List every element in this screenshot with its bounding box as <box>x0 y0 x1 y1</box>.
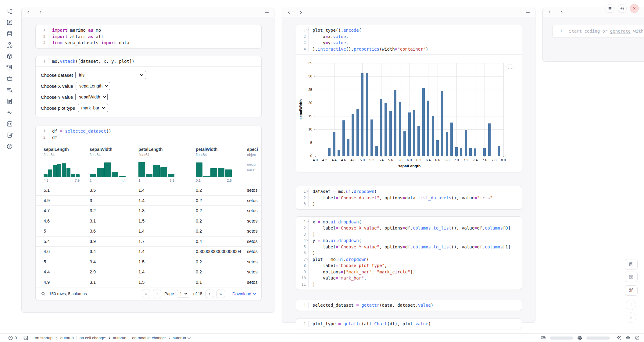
chart-bar[interactable] <box>389 111 392 156</box>
code-line[interactable]: 1df = selected_dataset() <box>36 128 261 134</box>
chart-bar[interactable] <box>394 90 396 156</box>
activity-icon[interactable] <box>6 109 13 116</box>
chevron-left-icon[interactable] <box>287 10 291 14</box>
table-row[interactable]: 4.42.91.40.2setos <box>36 267 261 277</box>
column-histogram[interactable] <box>196 160 232 177</box>
chevron-left-icon[interactable] <box>27 10 30 14</box>
notebook-pen-icon[interactable] <box>6 132 13 138</box>
chart-bar[interactable] <box>432 116 434 156</box>
chart-bar[interactable] <box>422 88 425 156</box>
ai-sparkles-icon[interactable] <box>616 335 621 340</box>
code-editor[interactable]: 1selected_dataset = getattr(data, datase… <box>296 300 522 311</box>
memory-usage-meter[interactable] <box>550 337 573 340</box>
chart-bar[interactable] <box>408 112 411 156</box>
keyboard-shortcuts-button[interactable]: ⌘ <box>625 285 638 296</box>
settings-button[interactable] <box>618 4 627 13</box>
dropdown-select-sepalWidth[interactable]: sepalWidth <box>75 93 108 101</box>
bar-chart[interactable]: sepalLength sepalWidth 4.04.24.44.64.85.… <box>315 63 503 156</box>
on-cell-change-setting[interactable]: on cell change: autorun <box>80 336 127 340</box>
table-row[interactable]: 53.61.40.2setos <box>36 226 261 236</box>
add-column-icon[interactable] <box>265 10 269 15</box>
table-row[interactable]: 4.93.11.50.1setos <box>36 277 261 287</box>
page-select[interactable]: 1 <box>177 290 190 297</box>
package-icon[interactable] <box>6 53 13 59</box>
dropdown-select-sepalLength[interactable]: sepalLength <box>76 82 110 90</box>
chart-bar[interactable] <box>342 120 345 156</box>
fold-icon[interactable] <box>306 258 309 260</box>
code-editor[interactable]: 1plot_type = getattr(alt.Chart(df), plot… <box>296 319 522 329</box>
code-line[interactable]: 1plot_type().encode( <box>296 27 522 34</box>
chart-bar[interactable] <box>417 126 420 156</box>
on-module-change-setting[interactable]: on module change: autorun <box>132 336 191 340</box>
fold-icon[interactable] <box>306 239 309 241</box>
document-icon[interactable] <box>6 98 13 105</box>
chevron-right-icon[interactable] <box>38 10 42 14</box>
close-button[interactable] <box>630 4 639 13</box>
network-icon[interactable] <box>6 42 13 48</box>
chart-bar[interactable] <box>338 150 340 156</box>
code-placeholder[interactable]: Start coding or generate with <box>565 28 644 34</box>
table-row[interactable]: 4.73.21.30.2setos <box>36 205 261 216</box>
table-row[interactable]: 4.63.41.40.30000000000000004setos <box>36 246 261 257</box>
column-header-petalWidth[interactable]: petalWidthfloat640.12.5 <box>196 147 247 185</box>
code-line[interactable]: 3) <box>296 231 522 238</box>
chart-bar[interactable] <box>366 73 368 156</box>
table-row[interactable]: 4.63.11.50.2setos <box>36 216 261 226</box>
first-page-button[interactable]: « <box>142 290 150 298</box>
code-line[interactable]: 9 options=["mark_bar", "mark_circle"], <box>296 269 522 275</box>
chevron-left-icon[interactable] <box>548 10 552 14</box>
column-histogram[interactable] <box>138 160 174 177</box>
chart-bar[interactable] <box>347 139 349 156</box>
chart-bar[interactable] <box>380 99 382 156</box>
code-line[interactable]: 5 label="Choose Y value", options=df.col… <box>296 244 522 250</box>
bot-message-icon[interactable] <box>6 76 13 82</box>
code-line[interactable]: 6) <box>296 250 522 256</box>
column-histogram[interactable] <box>90 160 126 177</box>
code-line[interactable]: 3) <box>296 201 522 207</box>
code-line[interactable]: 4y = mo.ui.dropdown( <box>296 237 522 244</box>
terminal-icon[interactable] <box>23 335 28 340</box>
code-line[interactable]: 4).interactive().properties(width="conta… <box>296 46 522 52</box>
dropdown-select-mark_bar[interactable]: mark_bar <box>78 104 108 112</box>
list-search-icon[interactable] <box>6 87 13 93</box>
chart-bar[interactable] <box>356 109 359 156</box>
save-button[interactable] <box>625 259 638 269</box>
chart-bar[interactable] <box>436 140 439 156</box>
code-square-icon[interactable] <box>6 121 13 127</box>
code-editor[interactable]: 1mo.vstack([dataset, x, y, plot]) <box>36 56 261 67</box>
download-button[interactable]: Download <box>232 291 256 296</box>
chart-bar[interactable] <box>361 73 363 156</box>
chart-bar[interactable] <box>352 114 354 156</box>
function-square-icon[interactable] <box>6 19 13 26</box>
dropdown-select-iris[interactable]: iris <box>75 71 146 79</box>
code-line[interactable]: 1dataset = mo.ui.dropdown( <box>296 188 522 195</box>
chart-bar[interactable] <box>460 148 462 156</box>
code-line[interactable]: 2 label="Choose X value", options=df.col… <box>296 225 522 231</box>
chevron-right-icon[interactable] <box>299 10 303 14</box>
menu-button[interactable] <box>606 4 614 13</box>
column-header-speci[interactable]: speciobjecuniqunulls: <box>247 147 261 185</box>
code-line[interactable]: 1mo.vstack([dataset, x, y, plot]) <box>36 58 261 65</box>
code-line[interactable]: 11) <box>296 281 522 288</box>
stop-button[interactable] <box>626 300 636 310</box>
chart-bar[interactable] <box>455 147 458 156</box>
chart-bar[interactable] <box>469 148 472 156</box>
code-editor[interactable]: 1import marimo as mo2import altair as al… <box>36 25 261 48</box>
chart-bar[interactable] <box>375 146 378 156</box>
chart-bar[interactable] <box>446 132 448 156</box>
file-tree-icon[interactable] <box>6 8 13 14</box>
chart-bar[interactable] <box>441 91 443 156</box>
code-editor[interactable]: 1dataset = mo.ui.dropdown(2 label="Choos… <box>296 186 522 209</box>
chart-bar[interactable] <box>483 148 486 156</box>
code-line[interactable]: 8 label="Choose plot type", <box>296 262 522 269</box>
chevron-right-icon[interactable] <box>560 10 564 14</box>
chart-bar[interactable] <box>403 131 406 156</box>
chart-bar[interactable] <box>370 119 373 156</box>
layout-button[interactable] <box>625 272 638 282</box>
chart-bar[interactable] <box>399 102 401 156</box>
code-line[interactable]: 3 y=y.value, <box>296 40 522 46</box>
code-line[interactable]: 7plot = mo.ui.dropdown( <box>296 256 522 263</box>
code-line[interactable]: 1 Start coding or generate with <box>553 28 644 34</box>
code-line[interactable]: 1selected_dataset = getattr(data, datase… <box>296 302 522 308</box>
fold-icon[interactable] <box>306 190 309 192</box>
